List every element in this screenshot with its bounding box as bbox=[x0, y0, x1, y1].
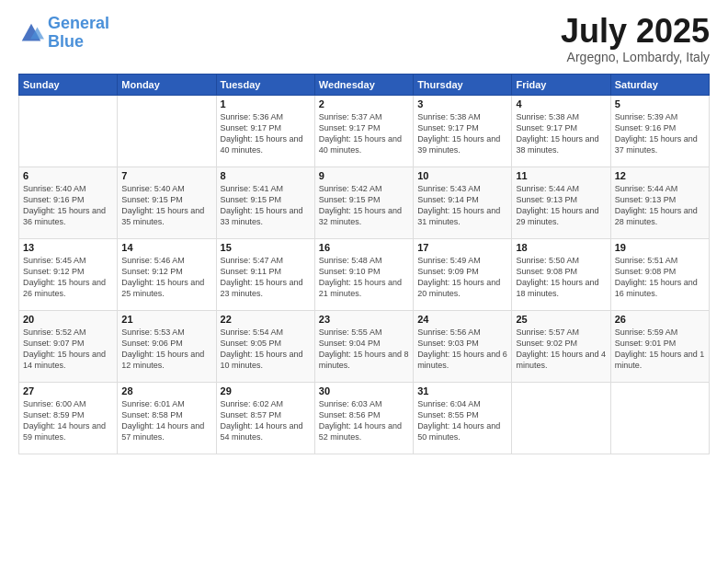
day-info: Sunrise: 6:03 AM Sunset: 8:56 PM Dayligh… bbox=[319, 398, 409, 443]
day-info: Sunrise: 5:40 AM Sunset: 9:16 PM Dayligh… bbox=[23, 183, 113, 228]
day-info: Sunrise: 5:38 AM Sunset: 9:17 PM Dayligh… bbox=[516, 111, 606, 156]
calendar-week-row: 20Sunrise: 5:52 AM Sunset: 9:07 PM Dayli… bbox=[19, 311, 710, 383]
calendar-cell: 11Sunrise: 5:44 AM Sunset: 9:13 PM Dayli… bbox=[512, 167, 610, 239]
day-number: 5 bbox=[615, 98, 705, 109]
month-title: July 2025 bbox=[561, 15, 710, 48]
day-number: 22 bbox=[221, 314, 311, 325]
calendar-week-row: 27Sunrise: 6:00 AM Sunset: 8:59 PM Dayli… bbox=[19, 383, 710, 454]
day-info: Sunrise: 5:46 AM Sunset: 9:12 PM Dayligh… bbox=[121, 255, 211, 300]
weekday-header: Wednesday bbox=[314, 75, 413, 96]
day-number: 9 bbox=[319, 170, 409, 181]
calendar-cell: 17Sunrise: 5:49 AM Sunset: 9:09 PM Dayli… bbox=[414, 239, 512, 311]
calendar-cell: 7Sunrise: 5:40 AM Sunset: 9:15 PM Daylig… bbox=[118, 167, 216, 239]
day-number: 10 bbox=[417, 170, 507, 181]
day-number: 31 bbox=[417, 385, 507, 396]
calendar-cell: 8Sunrise: 5:41 AM Sunset: 9:15 PM Daylig… bbox=[216, 167, 314, 239]
calendar-cell: 2Sunrise: 5:37 AM Sunset: 9:17 PM Daylig… bbox=[314, 96, 413, 167]
weekday-header: Monday bbox=[118, 75, 216, 96]
calendar-cell: 24Sunrise: 5:56 AM Sunset: 9:03 PM Dayli… bbox=[414, 311, 512, 383]
calendar-cell: 27Sunrise: 6:00 AM Sunset: 8:59 PM Dayli… bbox=[19, 383, 118, 454]
weekday-header: Tuesday bbox=[216, 75, 314, 96]
weekday-header: Sunday bbox=[19, 75, 118, 96]
day-number: 23 bbox=[319, 314, 409, 325]
calendar-cell: 18Sunrise: 5:50 AM Sunset: 9:08 PM Dayli… bbox=[512, 239, 610, 311]
calendar-week-row: 13Sunrise: 5:45 AM Sunset: 9:12 PM Dayli… bbox=[19, 239, 710, 311]
day-info: Sunrise: 5:41 AM Sunset: 9:15 PM Dayligh… bbox=[221, 183, 311, 228]
calendar-cell bbox=[610, 383, 709, 454]
day-info: Sunrise: 5:44 AM Sunset: 9:13 PM Dayligh… bbox=[516, 183, 606, 228]
logo: GeneralBlue bbox=[18, 15, 109, 52]
calendar-cell: 20Sunrise: 5:52 AM Sunset: 9:07 PM Dayli… bbox=[19, 311, 118, 383]
calendar-week-row: 1Sunrise: 5:36 AM Sunset: 9:17 PM Daylig… bbox=[19, 96, 710, 167]
calendar-cell: 21Sunrise: 5:53 AM Sunset: 9:06 PM Dayli… bbox=[118, 311, 216, 383]
calendar-cell: 6Sunrise: 5:40 AM Sunset: 9:16 PM Daylig… bbox=[19, 167, 118, 239]
day-info: Sunrise: 5:54 AM Sunset: 9:05 PM Dayligh… bbox=[221, 327, 311, 372]
calendar-cell: 25Sunrise: 5:57 AM Sunset: 9:02 PM Dayli… bbox=[512, 311, 610, 383]
day-number: 19 bbox=[615, 242, 705, 253]
calendar-cell: 9Sunrise: 5:42 AM Sunset: 9:15 PM Daylig… bbox=[314, 167, 413, 239]
logo-text: GeneralBlue bbox=[48, 15, 109, 52]
day-number: 28 bbox=[121, 385, 211, 396]
day-info: Sunrise: 5:59 AM Sunset: 9:01 PM Dayligh… bbox=[615, 327, 705, 372]
weekday-header: Friday bbox=[512, 75, 610, 96]
title-block: July 2025 Argegno, Lombardy, Italy bbox=[561, 15, 710, 64]
day-number: 3 bbox=[417, 98, 507, 109]
day-number: 14 bbox=[121, 242, 211, 253]
day-info: Sunrise: 5:43 AM Sunset: 9:14 PM Dayligh… bbox=[417, 183, 507, 228]
day-info: Sunrise: 5:57 AM Sunset: 9:02 PM Dayligh… bbox=[516, 327, 606, 372]
logo-icon bbox=[18, 20, 44, 46]
day-info: Sunrise: 5:53 AM Sunset: 9:06 PM Dayligh… bbox=[121, 327, 211, 372]
day-number: 2 bbox=[319, 98, 409, 109]
day-info: Sunrise: 5:47 AM Sunset: 9:11 PM Dayligh… bbox=[221, 255, 311, 300]
day-number: 13 bbox=[23, 242, 113, 253]
calendar-week-row: 6Sunrise: 5:40 AM Sunset: 9:16 PM Daylig… bbox=[19, 167, 710, 239]
day-info: Sunrise: 5:56 AM Sunset: 9:03 PM Dayligh… bbox=[417, 327, 507, 372]
calendar-cell: 28Sunrise: 6:01 AM Sunset: 8:58 PM Dayli… bbox=[118, 383, 216, 454]
calendar-cell bbox=[19, 96, 118, 167]
calendar-cell: 19Sunrise: 5:51 AM Sunset: 9:08 PM Dayli… bbox=[610, 239, 709, 311]
calendar-cell: 4Sunrise: 5:38 AM Sunset: 9:17 PM Daylig… bbox=[512, 96, 610, 167]
day-info: Sunrise: 5:51 AM Sunset: 9:08 PM Dayligh… bbox=[615, 255, 705, 300]
day-number: 25 bbox=[516, 314, 606, 325]
calendar-cell: 13Sunrise: 5:45 AM Sunset: 9:12 PM Dayli… bbox=[19, 239, 118, 311]
day-number: 16 bbox=[319, 242, 409, 253]
day-info: Sunrise: 5:42 AM Sunset: 9:15 PM Dayligh… bbox=[319, 183, 409, 228]
day-info: Sunrise: 5:45 AM Sunset: 9:12 PM Dayligh… bbox=[23, 255, 113, 300]
calendar-cell bbox=[118, 96, 216, 167]
day-number: 21 bbox=[121, 314, 211, 325]
day-number: 29 bbox=[221, 385, 311, 396]
day-number: 24 bbox=[417, 314, 507, 325]
calendar-cell: 14Sunrise: 5:46 AM Sunset: 9:12 PM Dayli… bbox=[118, 239, 216, 311]
day-info: Sunrise: 6:02 AM Sunset: 8:57 PM Dayligh… bbox=[221, 398, 311, 443]
calendar-cell: 29Sunrise: 6:02 AM Sunset: 8:57 PM Dayli… bbox=[216, 383, 314, 454]
day-number: 6 bbox=[23, 170, 113, 181]
calendar-cell: 12Sunrise: 5:44 AM Sunset: 9:13 PM Dayli… bbox=[610, 167, 709, 239]
day-number: 1 bbox=[221, 98, 311, 109]
day-number: 12 bbox=[615, 170, 705, 181]
calendar-cell: 1Sunrise: 5:36 AM Sunset: 9:17 PM Daylig… bbox=[216, 96, 314, 167]
day-number: 30 bbox=[319, 385, 409, 396]
day-number: 15 bbox=[221, 242, 311, 253]
day-number: 4 bbox=[516, 98, 606, 109]
calendar-cell: 26Sunrise: 5:59 AM Sunset: 9:01 PM Dayli… bbox=[610, 311, 709, 383]
header: GeneralBlue July 2025 Argegno, Lombardy,… bbox=[18, 15, 710, 64]
calendar-cell: 10Sunrise: 5:43 AM Sunset: 9:14 PM Dayli… bbox=[414, 167, 512, 239]
day-info: Sunrise: 5:36 AM Sunset: 9:17 PM Dayligh… bbox=[221, 111, 311, 156]
calendar-cell: 23Sunrise: 5:55 AM Sunset: 9:04 PM Dayli… bbox=[314, 311, 413, 383]
day-number: 7 bbox=[121, 170, 211, 181]
day-info: Sunrise: 5:39 AM Sunset: 9:16 PM Dayligh… bbox=[615, 111, 705, 156]
day-info: Sunrise: 5:55 AM Sunset: 9:04 PM Dayligh… bbox=[319, 327, 409, 372]
calendar-cell: 15Sunrise: 5:47 AM Sunset: 9:11 PM Dayli… bbox=[216, 239, 314, 311]
calendar-cell: 16Sunrise: 5:48 AM Sunset: 9:10 PM Dayli… bbox=[314, 239, 413, 311]
day-info: Sunrise: 6:01 AM Sunset: 8:58 PM Dayligh… bbox=[121, 398, 211, 443]
day-info: Sunrise: 5:44 AM Sunset: 9:13 PM Dayligh… bbox=[615, 183, 705, 228]
calendar-cell: 5Sunrise: 5:39 AM Sunset: 9:16 PM Daylig… bbox=[610, 96, 709, 167]
day-number: 26 bbox=[615, 314, 705, 325]
day-number: 17 bbox=[417, 242, 507, 253]
day-info: Sunrise: 5:52 AM Sunset: 9:07 PM Dayligh… bbox=[23, 327, 113, 372]
location: Argegno, Lombardy, Italy bbox=[561, 50, 710, 64]
day-info: Sunrise: 5:38 AM Sunset: 9:17 PM Dayligh… bbox=[417, 111, 507, 156]
day-info: Sunrise: 6:04 AM Sunset: 8:55 PM Dayligh… bbox=[417, 398, 507, 443]
day-info: Sunrise: 5:48 AM Sunset: 9:10 PM Dayligh… bbox=[319, 255, 409, 300]
calendar: SundayMondayTuesdayWednesdayThursdayFrid… bbox=[18, 74, 710, 454]
